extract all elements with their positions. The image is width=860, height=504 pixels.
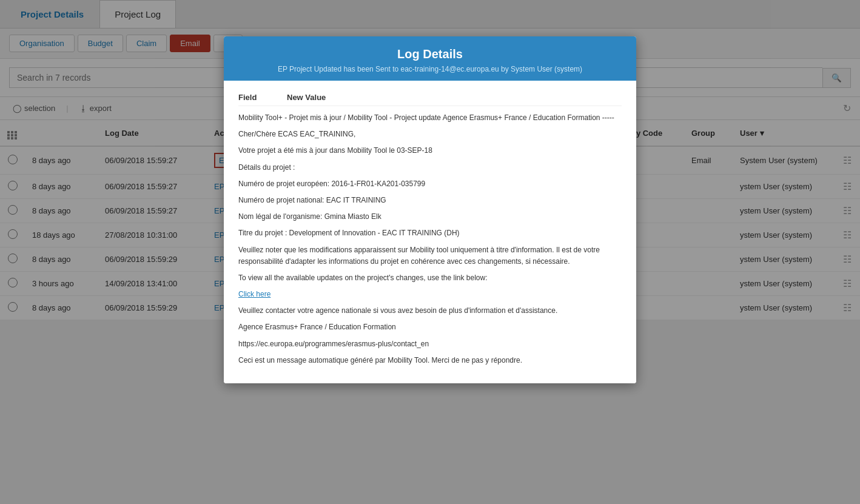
log-details-modal: Log Details EP Project Updated has been … — [224, 36, 636, 383]
modal-overlay[interactable]: Log Details EP Project Updated has been … — [0, 0, 860, 504]
modal-line2: Cher/Chère ECAS EAC_TRAINING, — [238, 129, 622, 140]
modal-line6: Numéro de projet national: EAC IT TRAINI… — [238, 195, 622, 206]
modal-line10: To view all the available updates on the… — [238, 272, 622, 284]
modal-subtitle: EP Project Updated has been Sent to eac-… — [236, 65, 624, 73]
modal-line7: Nom légal de l'organisme: Gmina Miasto E… — [238, 211, 622, 223]
modal-line8: Titre du projet : Development of Innovat… — [238, 227, 622, 239]
modal-field-header: Field — [238, 93, 287, 102]
modal-line15: Ceci est un message automatique généré p… — [238, 355, 622, 366]
modal-value-header: New Value — [287, 93, 622, 102]
modal-body: Field New Value Mobility Tool+ - Projet … — [224, 81, 636, 383]
modal-click-link[interactable]: Click here — [238, 290, 270, 298]
modal-line5: Numéro de projet européen: 2016-1-FR01-K… — [238, 178, 622, 190]
modal-title: Log Details — [236, 47, 624, 61]
modal-line3: Votre projet a été mis à jour dans Mobil… — [238, 145, 622, 156]
modal-line13: Agence Erasmus+ France / Education Forma… — [238, 321, 622, 333]
modal-content: Mobility Tool+ - Projet mis à jour / Mob… — [238, 112, 622, 366]
modal-line12: Veuillez contacter votre agence national… — [238, 305, 622, 317]
modal-line1: Mobility Tool+ - Projet mis à jour / Mob… — [238, 112, 622, 124]
modal-line14: https://ec.europa.eu/programmes/erasmus-… — [238, 338, 622, 350]
modal-table-header: Field New Value — [238, 93, 622, 106]
modal-line9: Veuillez noter que les modifications app… — [238, 244, 622, 267]
modal-header: Log Details EP Project Updated has been … — [224, 36, 636, 81]
modal-line4: Détails du projet : — [238, 162, 622, 173]
